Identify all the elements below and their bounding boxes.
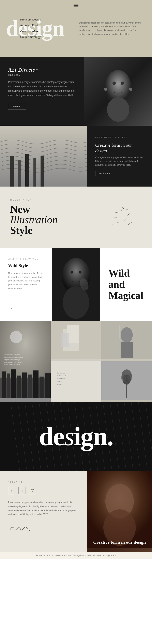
svg-text:and commercial sense.: and commercial sense.: [4, 364, 21, 366]
illustration-title: New Illustration Style: [10, 204, 101, 236]
svg-line-19: [128, 222, 132, 225]
svg-rect-32: [11, 370, 16, 398]
svg-rect-48: [61, 333, 69, 347]
wave-heading: Creative form in our design: [95, 142, 144, 154]
signature-svg: [8, 522, 32, 533]
svg-point-24: [63, 286, 89, 319]
nav-premium-design[interactable]: Premium Design: [20, 17, 73, 23]
wild-right: Wild and Magical: [100, 248, 152, 321]
svg-line-21: [120, 210, 123, 212]
about-right: Creative form in our design: [87, 471, 152, 552]
svg-rect-8: [18, 160, 21, 186]
hamburger-menu[interactable]: [74, 4, 78, 7]
svg-rect-10: [34, 158, 36, 186]
arrow-button[interactable]: →: [8, 305, 44, 311]
grid-cell-bot-right: [101, 361, 152, 402]
illustration-line3: Style: [10, 224, 32, 236]
svg-line-13: [126, 209, 129, 210]
svg-line-17: [124, 218, 128, 221]
svg-point-5: [129, 88, 132, 91]
wild-description: New season, new wardrobe. As the tempera…: [8, 271, 44, 290]
instagram-icon[interactable]: [29, 487, 36, 494]
illustration-line1: New: [10, 204, 30, 215]
svg-line-18: [117, 222, 120, 224]
svg-rect-38: [44, 373, 51, 398]
svg-point-87: [32, 490, 33, 492]
svg-text:combines his photography: combines his photography: [4, 356, 23, 358]
wild-photo-svg: [52, 248, 100, 321]
more-button[interactable]: MORE: [8, 104, 26, 110]
svg-rect-30: [2, 372, 6, 398]
facebook-icon[interactable]: f: [8, 487, 16, 494]
svg-text:Professional: Professional: [57, 375, 66, 377]
svg-line-14: [115, 212, 118, 214]
design-big-word: design.: [39, 421, 113, 452]
illustration-right: [101, 205, 142, 229]
svg-point-1: [107, 97, 129, 122]
wild-section: WILD AND BEAUTIFUL Wild Style New season…: [0, 248, 152, 321]
nav-creative-ideas[interactable]: Creative Ideas: [20, 28, 73, 34]
grid-cell-bot-mid: The design Professional combine to find …: [51, 361, 101, 402]
art-director-description: Professional designer combines his photo…: [8, 80, 76, 98]
about-photo: Creative form in our design: [87, 471, 152, 552]
read-more-button[interactable]: read more: [95, 171, 114, 176]
hero-left: design Premium Design Amazing Photo Crea…: [8, 15, 73, 42]
svg-line-16: [113, 217, 116, 218]
grid-mid-bot-photo: The design Professional combine to find …: [51, 361, 101, 400]
art-director-image: [84, 57, 152, 126]
nav-amazing-photo[interactable]: Amazing Photo: [20, 22, 73, 28]
wave-section: APARTMENTS & VILLAS Creative form in our…: [0, 126, 152, 186]
hero-nav: Premium Design Amazing Photo Creative Id…: [8, 15, 73, 42]
wild-photo: [52, 248, 100, 321]
svg-line-20: [112, 224, 116, 226]
art-director-photo: [84, 57, 152, 126]
svg-point-64: [127, 374, 132, 381]
illustration-section: ILLUSTRATION New Illustration Style: [0, 186, 152, 248]
sample-text-bar: Sample text. Click to select the text bo…: [0, 552, 152, 559]
wild-subtitle: Wild Style: [8, 263, 44, 268]
svg-point-3: [120, 82, 124, 85]
grid-mid-top-photo: [51, 321, 101, 359]
about-caption-title: Creative form in our design: [93, 540, 146, 545]
wild-left: WILD AND BEAUTIFUL Wild Style New season…: [0, 248, 52, 321]
scatter-decoration: [110, 205, 134, 229]
art-director-title: Art Director: [8, 67, 76, 73]
svg-rect-51: [120, 342, 133, 358]
design-big-section: design.: [0, 402, 152, 471]
svg-rect-86: [31, 489, 34, 492]
svg-line-15: [127, 214, 130, 216]
svg-text:Professional designer: Professional designer: [4, 354, 20, 356]
svg-rect-33: [17, 376, 21, 398]
twitter-icon[interactable]: t: [18, 487, 26, 494]
svg-rect-37: [40, 376, 44, 398]
art-director-section: Art Director RESUME Professional designe…: [0, 57, 152, 126]
grid-right-top-photo: [101, 321, 152, 359]
svg-rect-9: [25, 154, 30, 186]
grid-right-bot-photo: [101, 361, 152, 400]
svg-point-39: [10, 331, 22, 343]
svg-rect-36: [33, 370, 38, 398]
about-photo-svg: [87, 471, 152, 548]
illustration-left: ILLUSTRATION New Illustration Style: [10, 199, 101, 236]
about-description: Professional designer combines his photo…: [8, 500, 79, 516]
svg-point-50: [120, 327, 133, 343]
svg-rect-35: [28, 374, 32, 398]
svg-text:find the: find the: [57, 380, 62, 382]
hero-section: design Premium Design Amazing Photo Crea…: [0, 0, 152, 57]
svg-text:balance between creativity: balance between creativity: [4, 361, 23, 363]
svg-point-25: [70, 271, 73, 274]
photo-grid-section: Professional designer combines his photo…: [0, 321, 152, 402]
nav-unique-strategy[interactable]: Unique Strategy: [20, 34, 73, 40]
wave-svg: [0, 126, 87, 186]
footer-sample-text: Sample text. Click to select the text bo…: [36, 554, 116, 556]
svg-rect-34: [22, 372, 27, 398]
svg-rect-31: [7, 374, 10, 398]
about-caption: Creative form in our design: [93, 540, 146, 546]
grid-cell-top-right: [101, 321, 152, 361]
illustration-label: ILLUSTRATION: [10, 199, 101, 201]
svg-line-12: [122, 207, 124, 209]
svg-point-88: [33, 490, 34, 490]
svg-text:degree to find the right: degree to find the right: [4, 359, 20, 360]
grid-cell-large: Professional designer combines his photo…: [0, 321, 51, 402]
wild-image: [52, 248, 100, 321]
